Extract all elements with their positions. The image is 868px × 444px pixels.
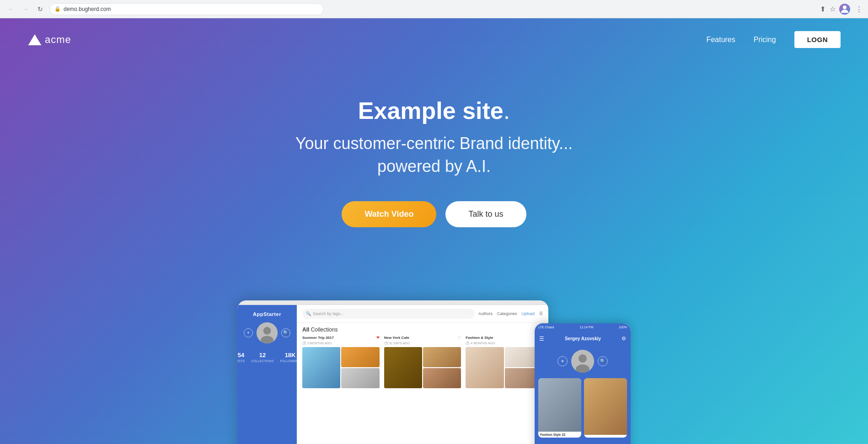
menu-dots-icon[interactable]: ⋮ — [856, 5, 863, 13]
stat-posts-label: POSTS — [237, 359, 245, 363]
collection-heart-2[interactable]: ♡ — [458, 336, 461, 340]
pricing-link[interactable]: Pricing — [754, 36, 776, 44]
lock-icon: 🔒 — [54, 6, 61, 12]
collection-ny-cafe: New York Cafe ♡ 🕑 31 DAYS AGO — [384, 336, 461, 444]
phone-carrier: LTE Chasd — [538, 326, 554, 329]
stat-posts-number: 754 — [237, 352, 245, 358]
toolbar-upload-link[interactable]: Upload — [521, 311, 535, 316]
sidebar-app-title: AppStarter — [253, 311, 281, 317]
logo[interactable]: acme — [27, 33, 71, 46]
hero-title: Example site. — [9, 97, 859, 125]
collection-title-3: Fashion & Style — [466, 336, 493, 340]
url-text: demo.bugherd.com — [64, 6, 111, 12]
collection-fashion: Fashion & Style ♡ 🕑 4 MONTHS AGO — [466, 336, 543, 444]
stat-followers-label: FOLLOWERS — [280, 359, 300, 363]
search-placeholder: Search by tags... — [313, 311, 344, 316]
address-bar[interactable]: 🔒 demo.bugherd.com — [49, 3, 324, 15]
collection-img-grid-1 — [302, 347, 380, 388]
phone-card-img-1 — [538, 378, 581, 432]
phone-hamburger-icon[interactable]: ☰ — [539, 336, 544, 342]
collection-title-row-2: New York Cafe ♡ — [384, 336, 461, 340]
app-sidebar: AppStarter + 🔍 — [237, 305, 297, 444]
navbar: acme Features Pricing LOGN — [0, 18, 868, 61]
svg-point-0 — [843, 5, 847, 9]
hero-subtitle: Your customer-centric Brand identity... … — [9, 132, 859, 178]
phone-time: 11:14 PM — [579, 326, 593, 329]
phone-gear-icon[interactable]: ⚙ — [622, 336, 626, 342]
collection-img-2a — [384, 347, 422, 388]
nav-links: Features Pricing LOGN — [707, 31, 841, 48]
phone-search-button[interactable]: 🔍 — [598, 356, 608, 366]
collection-summer-trip: Summer Trip 2017 ❤ 🕑 3 MONTHS AGO — [302, 336, 380, 444]
collection-title-1: Summer Trip 2017 — [302, 336, 334, 340]
svg-point-2 — [263, 327, 271, 335]
toolbar-authors-link[interactable]: Authors — [478, 311, 493, 316]
hero-subtitle-line1: Your customer-centric Brand identity... — [295, 134, 573, 153]
phone-card-label-2 — [584, 435, 627, 438]
phone-avatar — [571, 350, 594, 373]
browser-right-icons: ⬆ ☆ ⋮ — [820, 4, 863, 15]
sidebar-plus-icon[interactable]: + — [244, 328, 253, 337]
collections-header-all: All — [302, 326, 309, 333]
collection-title-row-1: Summer Trip 2017 ❤ — [302, 336, 380, 340]
mockup-area: AppStarter + 🔍 — [0, 287, 868, 444]
logo-text: acme — [45, 34, 71, 46]
collection-img-grid-2 — [384, 347, 461, 388]
collection-img-3a — [466, 347, 504, 388]
phone-status-bar: LTE Chasd 11:14 PM 100% — [535, 323, 631, 332]
toolbar-categories-link[interactable]: Categories — [497, 311, 517, 316]
collection-meta-2: 🕑 31 DAYS AGO — [384, 342, 461, 345]
search-bar[interactable]: 🔍 Search by tags... — [302, 309, 475, 319]
collection-heart-1[interactable]: ❤ — [376, 336, 380, 340]
svg-point-5 — [579, 354, 587, 363]
bookmark-icon[interactable]: ☆ — [830, 5, 836, 13]
talk-to-us-button[interactable]: Talk to us — [445, 201, 526, 227]
hero-section: acme Features Pricing LOGN Example site.… — [0, 18, 868, 444]
collection-img-2b — [423, 347, 461, 367]
phone-add-button[interactable]: + — [557, 356, 568, 366]
phone-user-name: Sergey Azovskiy — [565, 336, 601, 341]
forward-button[interactable]: → — [20, 4, 31, 15]
collection-title-row-3: Fashion & Style ♡ — [466, 336, 543, 340]
phone-nav-bar: ☰ Sergey Azovskiy ⚙ — [535, 332, 631, 346]
app-toolbar: 🔍 Search by tags... Authors Categories U… — [297, 305, 548, 323]
back-button[interactable]: ← — [5, 4, 16, 15]
login-button[interactable]: LOGN — [794, 31, 841, 48]
tablet-mockup: AppStarter + 🔍 — [237, 300, 548, 444]
collection-img-2c — [423, 368, 461, 388]
phone-card-1: Fashion Style 22 — [538, 378, 581, 438]
collection-meta-3: 🕑 4 MONTHS AGO — [466, 342, 543, 345]
phone-body: + 🔍 Fashion Style 22 — [535, 346, 631, 444]
stat-posts: 754 POSTS — [237, 352, 245, 363]
sidebar-stats: 754 POSTS 12 COLLECTIONS 18K FOLLOWERS — [237, 352, 300, 363]
stat-collections: 12 COLLECTIONS — [251, 352, 273, 363]
tablet-top-bar — [237, 300, 548, 305]
phone-cards: Fashion Style 22 — [538, 378, 627, 438]
sidebar-search-icon[interactable]: 🔍 — [281, 328, 290, 337]
phone-battery: 100% — [619, 326, 627, 329]
tablet-content: AppStarter + 🔍 — [237, 305, 548, 444]
search-icon: 🔍 — [306, 311, 311, 316]
reload-button[interactable]: ↻ — [35, 4, 46, 15]
collection-img-1b — [341, 347, 379, 367]
toolbar-menu-icon[interactable]: ☰ — [539, 311, 543, 316]
collections-header: All Collections — [297, 323, 548, 336]
phone-card-img-2 — [584, 378, 627, 435]
hero-subtitle-line2: powered by A.I. — [377, 157, 491, 176]
watch-video-button[interactable]: Watch Video — [342, 201, 436, 227]
phone-card-label-1: Fashion Style 22 — [538, 432, 581, 438]
collection-img-1c — [341, 368, 379, 388]
collection-img-grid-3 — [466, 347, 543, 388]
hero-content: Example site. Your customer-centric Bran… — [0, 61, 868, 287]
features-link[interactable]: Features — [707, 36, 735, 44]
collection-meta-1: 🕑 3 MONTHS AGO — [302, 342, 380, 345]
sidebar-avatar-row: + 🔍 — [244, 322, 290, 343]
toolbar-links: Authors Categories Upload ☰ — [478, 311, 543, 316]
phone-avatar-area: + 🔍 — [557, 350, 608, 373]
profile-avatar[interactable] — [839, 4, 850, 15]
collections-header-text: Collections — [311, 326, 338, 333]
share-icon[interactable]: ⬆ — [820, 5, 826, 13]
hero-title-bold: Example site — [358, 97, 504, 124]
hero-buttons: Watch Video Talk to us — [9, 201, 859, 227]
phone-mockup: LTE Chasd 11:14 PM 100% ☰ Sergey Azovski… — [535, 323, 631, 444]
